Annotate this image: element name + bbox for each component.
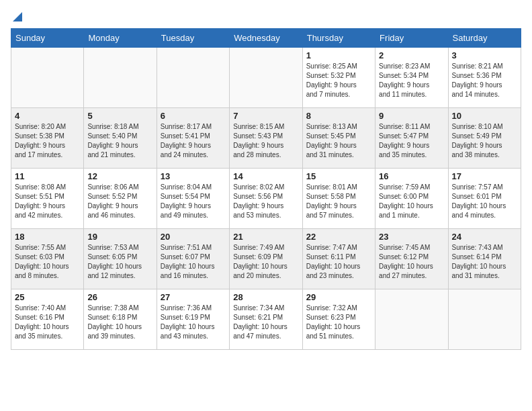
day-number: 5: [87, 111, 152, 121]
day-number: 21: [233, 232, 298, 242]
day-of-week-header: Tuesday: [157, 29, 229, 48]
calendar-cell: 28Sunrise: 7:34 AM Sunset: 6:21 PM Dayli…: [230, 289, 302, 350]
day-info: Sunrise: 8:08 AM Sunset: 5:51 PM Dayligh…: [15, 183, 80, 220]
day-info: Sunrise: 7:34 AM Sunset: 6:21 PM Dayligh…: [233, 304, 298, 341]
calendar-cell: [448, 289, 521, 350]
day-info: Sunrise: 7:32 AM Sunset: 6:23 PM Dayligh…: [306, 304, 371, 341]
calendar-cell: 4Sunrise: 8:20 AM Sunset: 5:38 PM Daylig…: [11, 108, 84, 169]
day-info: Sunrise: 8:20 AM Sunset: 5:38 PM Dayligh…: [15, 122, 80, 160]
day-number: 17: [452, 171, 517, 181]
day-number: 6: [161, 111, 226, 121]
day-info: Sunrise: 8:10 AM Sunset: 5:49 PM Dayligh…: [452, 122, 517, 160]
day-of-week-header: Saturday: [448, 29, 521, 48]
svg-marker-0: [13, 12, 22, 21]
calendar-cell: [157, 48, 229, 108]
day-of-week-header: Sunday: [11, 29, 84, 48]
day-number: 20: [161, 232, 226, 242]
day-info: Sunrise: 8:02 AM Sunset: 5:56 PM Dayligh…: [233, 183, 298, 220]
day-number: 26: [87, 292, 152, 302]
day-info: Sunrise: 7:57 AM Sunset: 6:01 PM Dayligh…: [452, 183, 517, 220]
calendar-cell: 16Sunrise: 7:59 AM Sunset: 6:00 PM Dayli…: [375, 169, 448, 229]
day-info: Sunrise: 7:53 AM Sunset: 6:05 PM Dayligh…: [87, 243, 152, 281]
day-number: 7: [233, 111, 298, 121]
calendar-week-row: 1Sunrise: 8:25 AM Sunset: 5:32 PM Daylig…: [11, 48, 521, 108]
calendar-cell: 6Sunrise: 8:17 AM Sunset: 5:41 PM Daylig…: [157, 108, 229, 169]
day-number: 23: [379, 232, 444, 242]
day-info: Sunrise: 8:23 AM Sunset: 5:34 PM Dayligh…: [379, 62, 444, 99]
day-number: 3: [452, 50, 517, 60]
calendar-cell: 19Sunrise: 7:53 AM Sunset: 6:05 PM Dayli…: [84, 229, 157, 289]
day-number: 10: [452, 111, 517, 121]
day-of-week-header: Thursday: [302, 29, 375, 48]
day-number: 27: [161, 292, 226, 302]
calendar-cell: [11, 48, 84, 108]
calendar-cell: 21Sunrise: 7:49 AM Sunset: 6:09 PM Dayli…: [230, 229, 302, 289]
calendar-cell: 23Sunrise: 7:45 AM Sunset: 6:12 PM Dayli…: [375, 229, 448, 289]
calendar-cell: [84, 48, 157, 108]
calendar-cell: 3Sunrise: 8:21 AM Sunset: 5:36 PM Daylig…: [448, 48, 521, 108]
day-info: Sunrise: 8:21 AM Sunset: 5:36 PM Dayligh…: [452, 62, 517, 99]
calendar-cell: 11Sunrise: 8:08 AM Sunset: 5:51 PM Dayli…: [11, 169, 84, 229]
calendar-header-row: SundayMondayTuesdayWednesdayThursdayFrid…: [11, 29, 521, 48]
day-number: 28: [233, 292, 298, 302]
day-info: Sunrise: 7:51 AM Sunset: 6:07 PM Dayligh…: [161, 243, 226, 281]
day-number: 18: [15, 232, 80, 242]
day-info: Sunrise: 8:17 AM Sunset: 5:41 PM Dayligh…: [161, 122, 226, 160]
day-number: 25: [15, 292, 80, 302]
day-info: Sunrise: 8:01 AM Sunset: 5:58 PM Dayligh…: [306, 183, 371, 220]
calendar-cell: 14Sunrise: 8:02 AM Sunset: 5:56 PM Dayli…: [230, 169, 302, 229]
day-of-week-header: Monday: [84, 29, 157, 48]
calendar-cell: [230, 48, 302, 108]
day-info: Sunrise: 8:04 AM Sunset: 5:54 PM Dayligh…: [161, 183, 226, 220]
logo-triangle-icon: [11, 11, 24, 23]
day-of-week-header: Wednesday: [230, 29, 302, 48]
calendar-cell: 13Sunrise: 8:04 AM Sunset: 5:54 PM Dayli…: [157, 169, 229, 229]
day-number: 24: [452, 232, 517, 242]
day-number: 11: [15, 171, 80, 181]
day-info: Sunrise: 8:25 AM Sunset: 5:32 PM Dayligh…: [306, 62, 371, 99]
day-info: Sunrise: 7:47 AM Sunset: 6:11 PM Dayligh…: [306, 243, 371, 281]
day-number: 14: [233, 171, 298, 181]
calendar-cell: 22Sunrise: 7:47 AM Sunset: 6:11 PM Dayli…: [302, 229, 375, 289]
calendar-cell: 5Sunrise: 8:18 AM Sunset: 5:40 PM Daylig…: [84, 108, 157, 169]
calendar-cell: 9Sunrise: 8:11 AM Sunset: 5:47 PM Daylig…: [375, 108, 448, 169]
day-number: 29: [306, 292, 371, 302]
day-number: 9: [379, 111, 444, 121]
day-number: 16: [379, 171, 444, 181]
calendar-cell: 18Sunrise: 7:55 AM Sunset: 6:03 PM Dayli…: [11, 229, 84, 289]
day-info: Sunrise: 7:43 AM Sunset: 6:14 PM Dayligh…: [452, 243, 517, 281]
day-info: Sunrise: 7:36 AM Sunset: 6:19 PM Dayligh…: [161, 304, 226, 341]
day-info: Sunrise: 8:18 AM Sunset: 5:40 PM Dayligh…: [87, 122, 152, 160]
calendar-cell: 15Sunrise: 8:01 AM Sunset: 5:58 PM Dayli…: [302, 169, 375, 229]
day-number: 8: [306, 111, 371, 121]
day-number: 1: [306, 50, 371, 60]
day-number: 15: [306, 171, 371, 181]
calendar-cell: 27Sunrise: 7:36 AM Sunset: 6:19 PM Dayli…: [157, 289, 229, 350]
day-number: 22: [306, 232, 371, 242]
day-info: Sunrise: 7:49 AM Sunset: 6:09 PM Dayligh…: [233, 243, 298, 281]
calendar-week-row: 11Sunrise: 8:08 AM Sunset: 5:51 PM Dayli…: [11, 169, 521, 229]
day-info: Sunrise: 7:45 AM Sunset: 6:12 PM Dayligh…: [379, 243, 444, 281]
calendar-cell: [375, 289, 448, 350]
calendar-cell: 7Sunrise: 8:15 AM Sunset: 5:43 PM Daylig…: [230, 108, 302, 169]
calendar-cell: 17Sunrise: 7:57 AM Sunset: 6:01 PM Dayli…: [448, 169, 521, 229]
day-info: Sunrise: 7:59 AM Sunset: 6:00 PM Dayligh…: [379, 183, 444, 220]
calendar-cell: 2Sunrise: 8:23 AM Sunset: 5:34 PM Daylig…: [375, 48, 448, 108]
day-number: 13: [161, 171, 226, 181]
day-of-week-header: Friday: [375, 29, 448, 48]
day-number: 2: [379, 50, 444, 60]
day-info: Sunrise: 8:13 AM Sunset: 5:45 PM Dayligh…: [306, 122, 371, 160]
calendar-week-row: 18Sunrise: 7:55 AM Sunset: 6:03 PM Dayli…: [11, 229, 521, 289]
calendar-cell: 24Sunrise: 7:43 AM Sunset: 6:14 PM Dayli…: [448, 229, 521, 289]
calendar-cell: 8Sunrise: 8:13 AM Sunset: 5:45 PM Daylig…: [302, 108, 375, 169]
calendar-cell: 20Sunrise: 7:51 AM Sunset: 6:07 PM Dayli…: [157, 229, 229, 289]
day-number: 4: [15, 111, 80, 121]
day-number: 19: [87, 232, 152, 242]
calendar-week-row: 25Sunrise: 7:40 AM Sunset: 6:16 PM Dayli…: [11, 289, 521, 350]
day-info: Sunrise: 7:38 AM Sunset: 6:18 PM Dayligh…: [87, 304, 152, 341]
calendar-cell: 25Sunrise: 7:40 AM Sunset: 6:16 PM Dayli…: [11, 289, 84, 350]
calendar-cell: 29Sunrise: 7:32 AM Sunset: 6:23 PM Dayli…: [302, 289, 375, 350]
calendar-cell: 10Sunrise: 8:10 AM Sunset: 5:49 PM Dayli…: [448, 108, 521, 169]
calendar-cell: 12Sunrise: 8:06 AM Sunset: 5:52 PM Dayli…: [84, 169, 157, 229]
day-info: Sunrise: 8:11 AM Sunset: 5:47 PM Dayligh…: [379, 122, 444, 160]
